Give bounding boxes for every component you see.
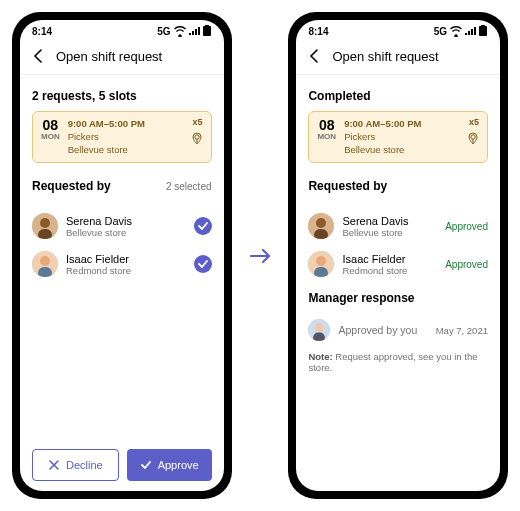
requester-location: Redmond store <box>342 265 437 276</box>
clock: 8:14 <box>32 26 52 37</box>
battery-icon <box>479 25 488 37</box>
requester-location: Bellevue store <box>66 227 186 238</box>
summary-label: 2 requests, 5 slots <box>32 89 212 103</box>
manager-response-label: Manager response <box>308 291 488 305</box>
shift-dow: MON <box>41 132 60 141</box>
home-indicator <box>94 493 149 496</box>
avatar <box>308 213 334 239</box>
requester-name: Isaac Fielder <box>66 253 186 265</box>
requester-row[interactable]: Isaac Fielder Redmond store <box>32 245 212 283</box>
selected-check-icon[interactable] <box>194 217 212 235</box>
location-icon <box>191 132 203 145</box>
shift-role: Pickers <box>344 131 421 144</box>
check-icon <box>140 459 152 471</box>
manager-note: Note: Request approved, see you in the s… <box>308 351 488 373</box>
screen: 8:14 5G Open shift request Completed 08 … <box>296 20 500 491</box>
status-bar: 8:14 5G <box>20 20 224 42</box>
manager-response-date: May 7, 2021 <box>436 325 488 336</box>
shift-multiplier: x5 <box>469 117 479 127</box>
shift-time: 9:00 AM–5:00 PM <box>344 118 421 131</box>
requester-name: Isaac Fielder <box>342 253 437 265</box>
close-icon <box>48 459 60 471</box>
summary-label: Completed <box>308 89 488 103</box>
shift-store: Bellevue store <box>344 144 421 157</box>
home-indicator <box>371 493 426 496</box>
back-icon[interactable] <box>308 48 322 64</box>
requester-row: Isaac Fielder Redmond store Approved <box>308 245 488 283</box>
selected-count: 2 selected <box>166 181 212 192</box>
clock: 8:14 <box>308 26 328 37</box>
shift-day: 08 <box>317 118 336 132</box>
signal-icon <box>189 27 200 36</box>
shift-card[interactable]: 08 MON 9:00 AM–5:00 PM Pickers Bellevue … <box>32 111 212 163</box>
avatar <box>308 319 330 341</box>
shift-multiplier: x5 <box>193 117 203 127</box>
requester-row[interactable]: Serena Davis Bellevue store <box>32 207 212 245</box>
back-icon[interactable] <box>32 48 46 64</box>
battery-icon <box>203 25 212 37</box>
approve-button[interactable]: Approve <box>127 449 212 481</box>
shift-role: Pickers <box>68 131 145 144</box>
page-title: Open shift request <box>332 49 438 64</box>
content-area: Completed 08 MON 9:00 AM–5:00 PM Pickers… <box>296 75 500 491</box>
requester-location: Bellevue store <box>342 227 437 238</box>
requested-by-label: Requested by <box>32 179 111 193</box>
avatar <box>32 213 58 239</box>
status-approved: Approved <box>445 221 488 232</box>
avatar <box>32 251 58 277</box>
location-icon <box>467 132 479 145</box>
manager-response-row: Approved by you May 7, 2021 <box>308 313 488 347</box>
transition-arrow-icon <box>250 247 271 265</box>
requested-by-label: Requested by <box>308 179 387 193</box>
wifi-icon <box>174 25 186 37</box>
phone-after: 8:14 5G Open shift request Completed 08 … <box>288 12 508 499</box>
content-area: 2 requests, 5 slots 08 MON 9:00 AM–5:00 … <box>20 75 224 439</box>
phone-before: 8:14 5G Open shift request 2 requests, 5… <box>12 12 232 499</box>
status-bar: 8:14 5G <box>296 20 500 42</box>
requester-name: Serena Davis <box>342 215 437 227</box>
shift-store: Bellevue store <box>68 144 145 157</box>
avatar <box>308 251 334 277</box>
page-header: Open shift request <box>20 42 224 75</box>
shift-time: 9:00 AM–5:00 PM <box>68 118 145 131</box>
shift-day: 08 <box>41 118 60 132</box>
signal-icon <box>465 27 476 36</box>
shift-dow: MON <box>317 132 336 141</box>
action-footer: Decline Approve <box>20 439 224 491</box>
screen: 8:14 5G Open shift request 2 requests, 5… <box>20 20 224 491</box>
requester-row: Serena Davis Bellevue store Approved <box>308 207 488 245</box>
manager-response-text: Approved by you <box>338 324 427 336</box>
selected-check-icon[interactable] <box>194 255 212 273</box>
network-label: 5G <box>434 26 447 37</box>
network-label: 5G <box>157 26 170 37</box>
requester-location: Redmond store <box>66 265 186 276</box>
page-title: Open shift request <box>56 49 162 64</box>
requester-name: Serena Davis <box>66 215 186 227</box>
status-approved: Approved <box>445 259 488 270</box>
decline-button[interactable]: Decline <box>32 449 119 481</box>
shift-card[interactable]: 08 MON 9:00 AM–5:00 PM Pickers Bellevue … <box>308 111 488 163</box>
wifi-icon <box>450 25 462 37</box>
page-header: Open shift request <box>296 42 500 75</box>
